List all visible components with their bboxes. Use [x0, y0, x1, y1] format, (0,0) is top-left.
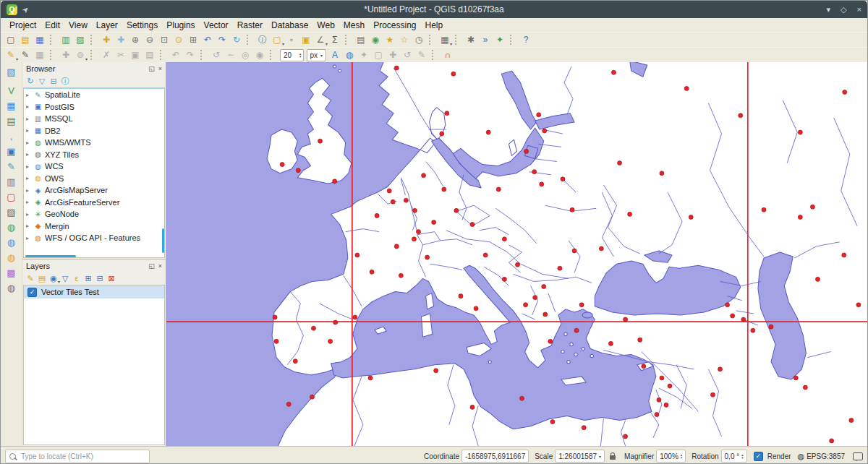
- expand-arrow-icon[interactable]: ▸: [26, 103, 33, 110]
- select-features-icon[interactable]: ▢▾: [271, 34, 284, 46]
- rotation-spinbox[interactable]: 0,0 ° ▴▾: [721, 450, 747, 463]
- shade-window-icon[interactable]: ▾: [827, 5, 831, 14]
- pan-to-selection-icon[interactable]: ✚: [114, 34, 127, 46]
- add-wcs-layer-icon[interactable]: ◍: [4, 236, 19, 249]
- expand-arrow-icon[interactable]: ▸: [26, 163, 33, 170]
- horizontal-scrollbar-thumb[interactable]: [25, 255, 76, 257]
- open-project-icon[interactable]: ▤: [19, 34, 32, 46]
- layer-styling-icon[interactable]: ✎: [25, 272, 36, 284]
- locator-input[interactable]: [20, 452, 145, 461]
- processing-toolbox-icon[interactable]: ✱: [464, 34, 477, 46]
- layer-row-vector-tiles-test[interactable]: ✓ Vector Tiles Test: [24, 285, 164, 298]
- show-bookmarks-icon[interactable]: ☆: [398, 34, 411, 46]
- menu-processing[interactable]: Processing: [369, 20, 420, 31]
- add-wms-layer-icon[interactable]: ◍: [4, 220, 19, 234]
- measure-icon[interactable]: ∠▾: [314, 34, 327, 46]
- pan-map-icon[interactable]: ✚: [100, 34, 113, 46]
- add-spatialite-layer-icon[interactable]: ✎: [4, 160, 19, 173]
- render-checkbox[interactable]: ✓: [754, 452, 763, 461]
- redo-icon[interactable]: ↷: [184, 49, 197, 61]
- vertical-scrollbar-thumb[interactable]: [162, 228, 164, 253]
- menu-web[interactable]: Web: [312, 20, 339, 31]
- crs-status-button[interactable]: EPSG:3857: [807, 452, 845, 460]
- menu-settings[interactable]: Settings: [122, 20, 162, 31]
- toggle-editing-icon[interactable]: ✎: [19, 49, 32, 61]
- float-panel-icon[interactable]: ◱: [148, 262, 155, 270]
- stroke-width-input[interactable]: [282, 51, 299, 60]
- new-project-icon[interactable]: ▢: [4, 34, 17, 46]
- expand-arrow-icon[interactable]: ▸: [26, 139, 33, 146]
- menu-view[interactable]: View: [64, 20, 92, 31]
- deselect-features-icon[interactable]: ▫: [285, 34, 298, 46]
- zoom-next-icon[interactable]: ↷: [216, 34, 229, 46]
- pin-icon[interactable]: ➤: [20, 4, 32, 15]
- refresh-map-icon[interactable]: ↻: [230, 34, 243, 46]
- delete-selected-icon[interactable]: ✗: [100, 49, 113, 61]
- expand-arrow-icon[interactable]: ▸: [26, 127, 33, 134]
- expand-all-icon[interactable]: ⊞: [82, 272, 94, 284]
- new-bookmark-icon[interactable]: ★: [383, 34, 396, 46]
- expand-arrow-icon[interactable]: ▸: [26, 92, 33, 98]
- properties-widget-icon[interactable]: ⓘ: [59, 75, 71, 87]
- filter-legend-icon[interactable]: ▽: [59, 272, 71, 284]
- lock-scale-icon[interactable]: [610, 455, 616, 460]
- magnifier-spinbox[interactable]: 100% ▴▾: [656, 450, 686, 463]
- close-window-icon[interactable]: ×: [857, 5, 861, 14]
- attribute-table-icon[interactable]: ▤: [354, 34, 367, 46]
- browser-item-postgis[interactable]: ▸▣PostGIS: [24, 101, 164, 113]
- close-panel-icon[interactable]: ×: [158, 262, 162, 270]
- menu-layer[interactable]: Layer: [92, 20, 122, 31]
- move-label-icon[interactable]: ✚: [386, 49, 399, 61]
- filter-by-expression-icon[interactable]: ε: [71, 272, 82, 284]
- browser-item-mergin[interactable]: ▸◆Mergin: [24, 220, 164, 233]
- browser-item-arcgis-feature-server[interactable]: ▸◈ArcGisFeatureServer: [24, 197, 164, 209]
- expand-arrow-icon[interactable]: ▸: [26, 211, 33, 218]
- expand-arrow-icon[interactable]: ▸: [26, 175, 33, 181]
- fill-ring-icon[interactable]: ◉: [253, 49, 266, 61]
- expand-arrow-icon[interactable]: ▸: [26, 116, 33, 122]
- add-raster-layer-icon[interactable]: ▦: [4, 99, 19, 113]
- python-console-icon[interactable]: »: [479, 34, 492, 46]
- close-panel-icon[interactable]: ×: [158, 65, 162, 72]
- messages-icon[interactable]: [853, 452, 863, 460]
- browser-item-mssql[interactable]: ▸▥MSSQL: [24, 113, 164, 125]
- zoom-last-icon[interactable]: ↶: [201, 34, 214, 46]
- layer-labeling-icon[interactable]: A: [328, 49, 341, 61]
- rotate-label-icon[interactable]: ↺: [401, 49, 414, 61]
- zoom-full-icon[interactable]: ⊡: [158, 34, 171, 46]
- menu-mesh[interactable]: Mesh: [339, 20, 369, 31]
- expand-arrow-icon[interactable]: ▸: [26, 223, 33, 229]
- browser-item-wms-wmts[interactable]: ▸◍WMS/WMTS: [24, 137, 164, 149]
- filter-browser-icon[interactable]: ▽: [36, 75, 48, 87]
- browser-item-wfs-ogc-api[interactable]: ▸◍WFS / OGC API - Features: [24, 232, 164, 244]
- statistical-summary-icon[interactable]: Σ: [328, 34, 341, 46]
- add-ring-icon[interactable]: ◎: [239, 49, 252, 61]
- rotate-feature-icon[interactable]: ↺: [210, 49, 223, 61]
- menu-database[interactable]: Database: [267, 20, 312, 31]
- zoom-to-selection-icon[interactable]: ⊙: [172, 34, 185, 46]
- current-edits-icon[interactable]: ✎▾: [4, 49, 17, 61]
- plugin-manager-icon[interactable]: ✦: [493, 34, 506, 46]
- refresh-browser-icon[interactable]: ↻: [25, 75, 36, 87]
- snapping-toggle-icon[interactable]: ∩: [441, 49, 454, 61]
- menu-raster[interactable]: Raster: [233, 20, 267, 31]
- add-virtual-layer-icon[interactable]: ▨: [4, 205, 19, 219]
- new-print-layout-icon[interactable]: ▥: [59, 34, 72, 46]
- remove-layer-icon[interactable]: ⊠: [106, 272, 117, 284]
- menu-help[interactable]: Help: [421, 20, 448, 31]
- browser-item-db2[interactable]: ▸▦DB2: [24, 125, 164, 137]
- locator-search-box[interactable]: [5, 450, 150, 463]
- paste-features-icon[interactable]: ▤: [143, 49, 156, 61]
- add-oracle-layer-icon[interactable]: ▢: [4, 190, 19, 204]
- add-vector-layer-icon[interactable]: V: [4, 84, 19, 98]
- simplify-feature-icon[interactable]: ∼: [224, 49, 237, 61]
- zoom-out-icon[interactable]: ⊖: [143, 34, 156, 46]
- change-label-icon[interactable]: ✎: [415, 49, 428, 61]
- collapse-all-icon[interactable]: ⊟: [48, 75, 59, 87]
- unit-combobox[interactable]: px ▾: [307, 49, 327, 61]
- add-feature-icon[interactable]: ✚: [59, 49, 72, 61]
- pin-labels-icon[interactable]: ✦: [357, 49, 370, 61]
- vertex-tool-icon[interactable]: ⊚▾: [74, 49, 87, 61]
- zoom-to-layer-icon[interactable]: ⊞: [187, 34, 200, 46]
- coordinate-value-box[interactable]: -1658975,6911667: [461, 450, 529, 463]
